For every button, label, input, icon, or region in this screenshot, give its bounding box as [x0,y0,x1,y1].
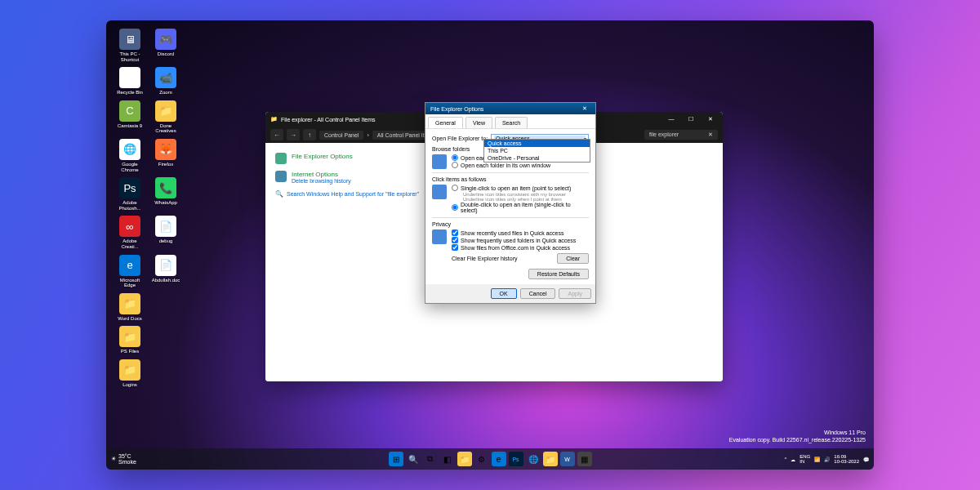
weather-widget[interactable]: ☀ 35°CSmoke [111,453,136,465]
check-frequent-folders[interactable]: Show frequently used folders in Quick ac… [452,237,589,243]
dialog-body: Open File Explorer to: Quick access Quic… [425,129,595,284]
dropdown-option[interactable]: This PC [484,147,590,154]
nav-up-button[interactable]: ↑ [303,129,316,140]
photoshop-taskbar-icon[interactable]: Ps [509,452,523,466]
ok-button[interactable]: OK [491,288,517,299]
settings-taskbar-icon[interactable]: ⚙ [474,452,489,466]
start-button[interactable]: ⊞ [389,452,403,466]
desktop-icon[interactable]: 🎮Discord [149,27,183,64]
radio-double-click[interactable]: Double-click to open an item (single-cli… [452,202,589,213]
task-view-button[interactable]: ⧉ [423,452,438,466]
open-fe-label: Open File Explorer to: [432,136,488,141]
dialog-title: File Explorer Options [430,106,483,112]
cancel-button[interactable]: Cancel [520,288,556,299]
tray-chevron-icon[interactable]: ^ [784,457,786,461]
widgets-button[interactable]: ◧ [440,452,455,466]
desktop-icon[interactable]: 🦊Firefox [149,137,183,174]
desktop-icon[interactable]: 🖥This PC - Shortcut [113,27,147,64]
taskbar[interactable]: ☀ 35°CSmoke ⊞ 🔍 ⧉ ◧ 📁 ⚙ e Ps 🌐 📁 W ▦ ^ ☁… [106,448,874,470]
open-fe-dropdown[interactable]: Quick access This PC OneDrive - Personal [483,139,590,163]
file-explorer-options-dialog: File Explorer Options ✕ General View Sea… [425,102,596,304]
chrome-taskbar-icon[interactable]: 🌐 [526,452,541,466]
clear-history-label: Clear File Explorer history [452,256,554,261]
tab-search[interactable]: Search [495,117,528,128]
desktop-icon[interactable]: 📁PS Files [113,324,147,356]
close-button[interactable]: ✕ [703,116,718,122]
desktop-screen: 🖥This PC - Shortcut🎮Discord🗑Recycle Bin📹… [106,20,874,470]
desktop-icon[interactable]: eMicrosoft Edge [113,253,147,290]
cp-title: File explorer - All Control Panel Items [281,117,376,122]
folder-icon: 📁 [270,116,278,122]
desktop-icon[interactable]: 📁Logins [113,358,147,390]
desktop-icon-grid: 🖥This PC - Shortcut🎮Discord🗑Recycle Bin📹… [113,27,183,390]
nav-forward-button[interactable]: → [287,129,300,140]
radio-own-window[interactable]: Open each folder in its own window [452,162,589,168]
explorer-taskbar-icon[interactable]: 📁 [457,452,472,466]
desktop-icon[interactable]: CCamtasia 9 [113,99,147,136]
search-button[interactable]: 🔍 [406,452,421,466]
language-indicator[interactable]: ENGIN [800,454,810,464]
desktop-icon[interactable]: 📁Word Docs [113,292,147,323]
check-recent-files[interactable]: Show recently used files in Quick access [452,229,589,236]
app-taskbar-icon[interactable]: ▦ [577,452,592,466]
check-office-files[interactable]: Show files from Office.com in Quick acce… [452,244,589,251]
dropdown-option[interactable]: OneDrive - Personal [484,154,590,162]
privacy-icon [432,229,447,244]
dialog-tabs: General View Search [425,114,595,129]
breadcrumb-segment[interactable]: Control Panel [319,131,363,140]
privacy-label: Privacy [432,221,589,227]
desktop-icon[interactable]: 📄Abdullah.doc [149,253,183,290]
maximize-button[interactable]: ☐ [684,116,698,122]
clock[interactable]: 16:0910-03-2022 [834,454,859,464]
desktop-icon[interactable]: 📁Done Creatives [149,99,183,136]
tab-view[interactable]: View [466,117,492,128]
apply-button[interactable]: Apply [559,288,591,299]
dialog-button-row: OK Cancel Apply [425,284,595,303]
folder-icon [432,154,447,169]
word-taskbar-icon[interactable]: W [560,452,575,466]
desktop-icon[interactable]: 📄debug [149,214,183,251]
minimize-button[interactable]: — [664,116,679,122]
desktop-icon[interactable]: PsAdobe Photosh... [113,176,147,212]
desktop-icon[interactable]: 📹Zoom [149,65,183,97]
cp-search-input[interactable]: file explorer✕ [644,130,718,140]
desktop-icon[interactable]: 🗑Recycle Bin [113,65,147,97]
taskbar-center: ⊞ 🔍 ⧉ ◧ 📁 ⚙ e Ps 🌐 📁 W ▦ [389,452,592,466]
cursor-icon [432,185,447,199]
files-taskbar-icon[interactable]: 📁 [543,452,558,466]
desktop-icon[interactable]: ∞Adobe Creati... [113,214,147,251]
radio-single-click[interactable]: Single-click to open an item (point to s… [452,185,589,191]
wifi-icon[interactable]: 📶 [814,457,820,462]
volume-icon[interactable]: 🔊 [824,457,830,462]
nav-back-button[interactable]: ← [270,129,283,140]
tab-general[interactable]: General [428,117,463,128]
dialog-titlebar[interactable]: File Explorer Options ✕ [425,103,595,114]
restore-defaults-button[interactable]: Restore Defaults [528,269,589,279]
notification-icon[interactable]: 💬 [863,457,869,462]
edge-taskbar-icon[interactable]: e [492,452,506,466]
windows-watermark: Windows 11 Pro Evaluation copy. Build 22… [729,429,866,443]
clear-button[interactable]: Clear [557,253,589,264]
dropdown-option[interactable]: Quick access [484,140,590,147]
onedrive-tray-icon[interactable]: ☁ [791,457,795,462]
weather-icon: ☀ [111,456,116,462]
system-tray[interactable]: ^ ☁ ENGIN 📶 🔊 16:0910-03-2022 💬 [784,454,869,464]
desktop-icon[interactable]: 📞WhatsApp [149,176,183,212]
dialog-close-button[interactable]: ✕ [579,105,590,112]
click-items-label: Click items as follows [432,176,589,182]
desktop-icon[interactable]: 🌐Google Chrome [113,137,147,174]
